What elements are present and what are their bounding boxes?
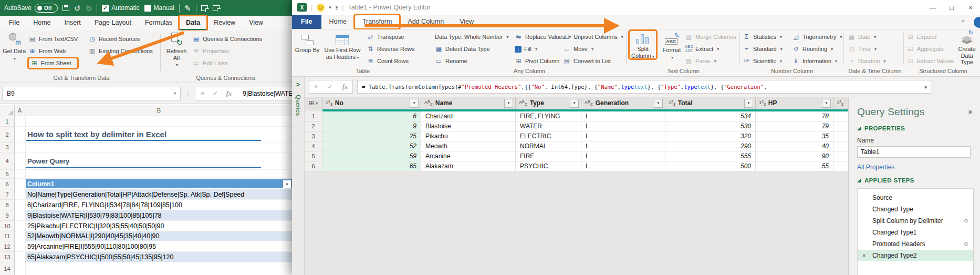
row-number-1[interactable]: 1 (0, 116, 15, 127)
grid-row-number-4[interactable]: 4 (305, 141, 322, 151)
grid-cell[interactable]: ELECTRIC (516, 131, 581, 141)
tab-data[interactable]: Data (179, 16, 207, 30)
properties-section-header[interactable]: PROPERTIES (857, 125, 974, 131)
col-header-partial[interactable]: 123 (833, 97, 848, 109)
applied-step-split-column-by-delimiter[interactable]: Split Column by Delimiter⚙ (858, 215, 973, 227)
grid-cell[interactable]: 90 (756, 151, 833, 161)
col-header-name[interactable]: ABCName▾ (421, 97, 516, 109)
tab-transform[interactable]: Transform (355, 15, 400, 29)
fill-button[interactable]: ↓Fill▾ (515, 44, 569, 54)
feedback-smiley-icon[interactable]: ☺ (317, 4, 325, 12)
tab-file[interactable]: File (292, 15, 321, 29)
existing-connections-button[interactable]: ▥Existing Connections (88, 46, 153, 56)
m-formula-input[interactable]: = Table.TransformColumnTypes(#"Promoted … (357, 80, 931, 94)
trigonometry-button[interactable]: ◿Trigonometry▾ (792, 32, 841, 42)
grid-cell[interactable]: 40 (756, 141, 833, 151)
grid-cell[interactable]: 555 (665, 151, 756, 161)
unpivot-columns-button[interactable]: ⊟Unpivot Columns▾ (563, 32, 624, 42)
cell-B5[interactable] (15, 170, 293, 179)
tab-file[interactable]: File (2, 16, 26, 30)
applied-step-changed-type1[interactable]: Changed Type1 (858, 227, 973, 238)
row-number-9[interactable]: 9 (0, 210, 15, 221)
tab-review[interactable]: Review (207, 16, 242, 30)
minimize-icon[interactable]: — (923, 0, 942, 15)
cell-B13[interactable]: 65|Alakazam|PSYCHIC|I|500|55|50|45|135|9… (15, 252, 293, 262)
row-number-10[interactable]: 10 (0, 221, 15, 231)
grid-cell-partial[interactable] (833, 161, 848, 171)
move-button[interactable]: ↔Move▾ (563, 44, 624, 54)
fx-icon[interactable]: fx (342, 83, 348, 91)
filter-dropdown-icon[interactable]: ▾ (654, 99, 663, 108)
applied-step-source[interactable]: Source (858, 192, 973, 203)
calc-manual-checkbox[interactable]: Manual (144, 4, 174, 12)
row-number-2[interactable]: 2 (0, 127, 15, 142)
grid-cell-partial[interactable] (833, 141, 848, 151)
all-properties-link[interactable]: All Properties (857, 164, 974, 171)
row-number-8[interactable]: 8 (0, 200, 15, 210)
expand-formula-chevron-icon[interactable]: ▾ (924, 85, 927, 90)
cell-B10[interactable]: 25|Pikachu|ELECTRIC|I|320|35|55|40|50|50… (15, 221, 293, 231)
applied-step-changed-type2[interactable]: ×Changed Type2 (858, 250, 973, 261)
row-number-4[interactable]: 4 (0, 152, 15, 170)
extract-button[interactable]: ABC123Extract▾ (685, 44, 736, 54)
col-header-no[interactable]: 123No▾ (322, 97, 421, 109)
tab-home[interactable]: Home (321, 15, 355, 29)
formula-bar[interactable]: × ✓ fx 9|Blastoise|WATER|I|530|79|83|100… (195, 87, 293, 100)
grid-cell[interactable]: I (581, 131, 665, 141)
grid-cell[interactable]: FIRE, FLYING (516, 111, 581, 121)
cell-B4[interactable]: Power Query (15, 152, 293, 170)
format-painter-icon[interactable]: ✎ (184, 4, 191, 12)
grid-cell[interactable]: Blastoise (421, 121, 516, 131)
properties-button[interactable]: ≣Properties (192, 46, 262, 56)
filter-dropdown-icon[interactable]: ▾ (570, 99, 579, 108)
cell-B3[interactable] (15, 142, 293, 152)
step-settings-gear-icon[interactable]: ⚙ (963, 241, 968, 248)
grid-cell[interactable]: I (581, 161, 665, 171)
grid-cell[interactable]: Arcanine (421, 151, 516, 161)
chevron-down-icon[interactable]: ▾ (329, 5, 331, 10)
queries-pane-collapsed[interactable]: > Queries (292, 77, 305, 275)
col-header-hp[interactable]: 123HP▾ (756, 97, 833, 109)
applied-steps-section-header[interactable]: APPLIED STEPS (857, 177, 974, 184)
merge-columns-button[interactable]: ▥Merge Columns (685, 32, 736, 42)
window-tool-icon[interactable] (201, 5, 208, 11)
queries-connections-button[interactable]: ▤Queries & Connections (192, 34, 262, 44)
tab-formulas[interactable]: Formulas (138, 16, 179, 30)
scientific-button[interactable]: 10²Scientific▾ (743, 56, 791, 66)
grid-cell[interactable]: 320 (665, 131, 756, 141)
data-type-dropdown[interactable]: Data Type: Whole Number▾ (435, 32, 513, 42)
split-column-button[interactable]: Split Column▾ (629, 30, 656, 59)
cell-B1[interactable] (15, 116, 293, 127)
expand-button[interactable]: ⊞Expand (906, 32, 955, 42)
convert-to-list-button[interactable]: ▤Convert to List (563, 56, 624, 66)
get-data-button[interactable]: ⊞ Get Data▾ (2, 33, 26, 61)
customize-toolbar-icon[interactable]: ▾̲ (336, 5, 338, 10)
row-number-7[interactable]: 7 (0, 189, 15, 200)
grid-cell[interactable]: 530 (665, 121, 756, 131)
help-icon[interactable] (974, 17, 980, 28)
applied-step-promoted-headers[interactable]: Promoted Headers⚙ (858, 238, 973, 250)
tab-view[interactable]: View (452, 15, 482, 29)
redo-icon[interactable]: ↻ (86, 4, 92, 12)
row-number-12[interactable]: 12 (0, 241, 15, 252)
grid-row-number-5[interactable]: 5 (305, 151, 322, 161)
grid-cell[interactable]: 9 (322, 121, 421, 131)
grid-cell-partial[interactable] (833, 121, 848, 131)
grid-cell[interactable]: 35 (756, 131, 833, 141)
maximize-icon[interactable]: □ (942, 0, 961, 15)
grid-cell[interactable]: 500 (665, 161, 756, 171)
save-icon[interactable] (62, 5, 69, 11)
parse-button[interactable]: ▨Parse▾ (685, 56, 736, 66)
grid-cell-partial[interactable] (833, 151, 848, 161)
cell-B9[interactable]: 9|Blastoise|WATER|I|530|79|83|100|85|105… (15, 210, 293, 221)
grid-cell[interactable]: WATER (516, 121, 581, 131)
window-tool-icon[interactable] (213, 5, 220, 11)
autosave-toggle[interactable]: AutoSave Off (4, 4, 58, 13)
from-web-button[interactable]: ⊕From Web (28, 46, 78, 56)
from-text-csv-button[interactable]: ▤From Text/CSV (28, 34, 78, 44)
group-by-button[interactable]: Group By (294, 32, 320, 54)
information-button[interactable]: ℹInformation▾ (792, 56, 841, 66)
grid-cell[interactable]: Charizard (421, 111, 516, 121)
grid-cell[interactable]: 6 (322, 111, 421, 121)
grid-cell[interactable]: Pikachu (421, 131, 516, 141)
